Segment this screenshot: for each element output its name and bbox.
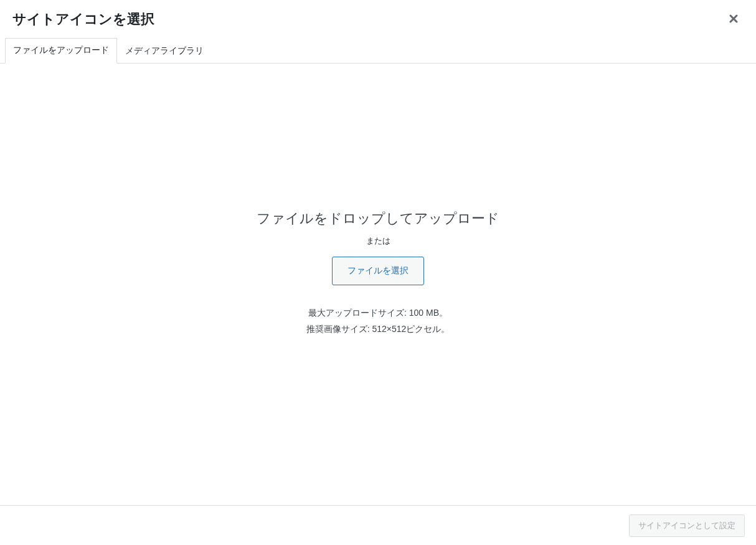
modal-header: サイトアイコンを選択 bbox=[0, 0, 756, 37]
close-button[interactable] bbox=[724, 10, 744, 29]
tab-media-library[interactable]: メディアライブラリ bbox=[117, 38, 212, 64]
select-files-button[interactable]: ファイルを選択 bbox=[332, 257, 424, 285]
recommended-image-size: 推奨画像サイズ: 512×512ピクセル。 bbox=[306, 324, 450, 335]
upload-panel: ファイルをドロップしてアップロード または ファイルを選択 最大アップロードサイ… bbox=[0, 64, 756, 340]
modal-footer: サイトアイコンとして設定 bbox=[0, 505, 756, 545]
modal-title: サイトアイコンを選択 bbox=[12, 10, 154, 29]
or-separator: または bbox=[366, 235, 390, 247]
tab-upload-files[interactable]: ファイルをアップロード bbox=[5, 38, 117, 64]
tab-bar: ファイルをアップロード メディアライブラリ bbox=[0, 37, 756, 64]
close-icon bbox=[729, 11, 739, 27]
set-site-icon-button[interactable]: サイトアイコンとして設定 bbox=[629, 514, 745, 537]
max-upload-size: 最大アップロードサイズ: 100 MB。 bbox=[308, 308, 448, 319]
drop-instructions: ファイルをドロップしてアップロード bbox=[257, 209, 499, 228]
